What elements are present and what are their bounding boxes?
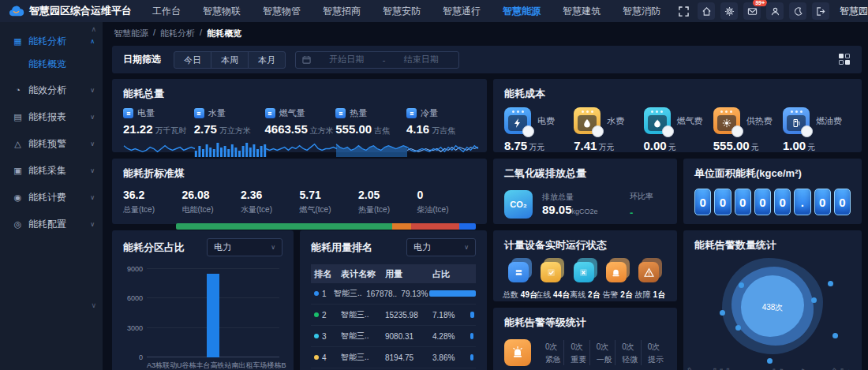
coal-value: 26.08 — [182, 189, 241, 201]
zone-ratio-panel: 能耗分区占比 电力 ∨ 0300060009000 A3栋联动U谷栋丰台高铁站南… — [112, 230, 294, 370]
coal-label: 电能(tce) — [182, 205, 214, 214]
meter-name: 智能三.. — [341, 352, 385, 363]
device-status-2: 在线 44台 — [537, 260, 568, 301]
mail-icon[interactable]: 99+ — [743, 2, 761, 20]
nav-item-3[interactable]: 智慧物管 — [263, 5, 301, 18]
sidebar-item-1[interactable]: ▦能耗分析∧ — [0, 33, 103, 49]
breadcrumb-item-3[interactable]: 能耗概览 — [207, 28, 241, 39]
sidebar-item-6[interactable]: ◉能耗计费∨ — [0, 189, 103, 205]
device-label: 总数 — [503, 290, 521, 299]
date-filter-button-1[interactable]: 今日 — [174, 51, 211, 69]
metric-unit: 万吉焦 — [432, 126, 455, 135]
ranking-table: 排名表计名称用量占比 1智能三..167878..79.13%2智能三..152… — [311, 264, 476, 368]
cloud-logo-icon — [8, 6, 24, 17]
top-navigation-bar: 智慧园区综合运维平台 工作台智慧物联智慧物管智慧招商智慧安防智慧通行智慧能源智慧… — [0, 0, 868, 22]
sidebar-subitem-1[interactable]: 能耗概览 — [0, 57, 103, 71]
energy-cost-title: 能耗成本 — [504, 87, 851, 101]
x-axis-label-3: 丰台高铁站 — [196, 361, 232, 370]
alert-icon: △ — [13, 139, 23, 149]
sidebar-item-5[interactable]: ▣能耗采集∨ — [0, 163, 103, 178]
nav-item-4[interactable]: 智慧招商 — [323, 5, 361, 18]
dark-mode-moon-icon[interactable] — [789, 2, 806, 20]
cost-value: 7.41 — [574, 139, 597, 152]
digit-box-6: . — [794, 189, 810, 215]
co2-total-unit: kgCO2e — [572, 207, 598, 215]
device-status-1: 总数 49台 — [504, 260, 536, 301]
metric-label: 水量 — [208, 107, 226, 119]
alarm-level-label: 一般 — [597, 354, 615, 365]
flame-icon — [653, 118, 662, 128]
sidebar-item-3[interactable]: ▤能耗报表∨ — [0, 109, 103, 125]
nav-item-1[interactable]: 工作台 — [152, 5, 181, 18]
cost-value: 1.00 — [783, 139, 806, 152]
coal-label: 水量(tce) — [241, 205, 272, 214]
cost-item-5: 燃油费1.00元 — [783, 107, 851, 153]
ranking-row-3: 3智能三..9080.314.28% — [311, 326, 476, 347]
coal-title: 能耗折标准煤 — [123, 166, 476, 181]
date-filter-button-2[interactable]: 本周 — [211, 51, 249, 69]
warn-icon — [644, 267, 654, 278]
logout-icon[interactable] — [812, 2, 829, 20]
rank-dot — [314, 355, 319, 360]
breadcrumb-item-2[interactable]: 能耗分析 — [160, 28, 195, 39]
percent-value: 4.28% — [432, 332, 470, 341]
alarm-level-5: 0次提示 — [641, 340, 666, 365]
metric-label: 电量 — [137, 107, 155, 119]
sidebar-item-label: 能耗配置 — [28, 218, 66, 231]
nav-item-5[interactable]: 智慧安防 — [383, 5, 421, 18]
fullscreen-icon[interactable] — [675, 2, 692, 20]
topbar-user-text[interactable]: 智慧园 — [840, 5, 868, 18]
alarm-level-2: 0次重要 — [563, 340, 589, 365]
sidebar-item-4[interactable]: △能耗预警∨ — [0, 136, 103, 151]
cost-icon-badge — [801, 125, 813, 137]
device-status-3: 离线 2台 — [570, 260, 601, 301]
alarm-level-panel: 能耗告警等级统计 0次紧急0次重要0次一般0次轻微0次提示 — [493, 308, 677, 370]
user-icon[interactable] — [766, 2, 784, 20]
cost-unit: 元 — [668, 143, 676, 151]
list-icon — [196, 110, 202, 117]
sparkline-chart — [194, 139, 267, 158]
date-filter-button-3[interactable]: 本月 — [248, 51, 286, 69]
mail-badge: 99+ — [753, 0, 767, 6]
sidebar: ∧ ▦能耗分析∧能耗概览◔能效分析∨▤能耗报表∨△能耗预警∨▣能耗采集∨◉能耗计… — [0, 22, 103, 370]
device-status-5: 故障 1台 — [634, 260, 666, 301]
cost-label: 水费 — [607, 115, 624, 127]
ranking-row-2: 2智能三..15235.987.18% — [311, 305, 476, 326]
calendar-icon — [302, 55, 311, 64]
co2-ratio-value: - — [630, 207, 666, 219]
nav-item-9[interactable]: 智慧消防 — [623, 5, 660, 18]
sidebar-item-2[interactable]: ◔能效分析∨ — [0, 82, 103, 98]
ranking-energy-type-select[interactable]: 电力 ∨ — [406, 238, 476, 256]
breadcrumb-item-1[interactable]: 智慧能源 — [114, 28, 148, 39]
ranking-select-value: 电力 — [413, 241, 431, 253]
home-icon[interactable] — [698, 2, 715, 20]
scatter-dot — [832, 333, 838, 338]
list-icon — [409, 110, 415, 117]
meter-icon — [406, 108, 417, 118]
sidebar-item-7[interactable]: ◎能耗配置∨ — [0, 216, 103, 232]
sparkline-chart — [335, 139, 408, 158]
nav-item-6[interactable]: 智慧通行 — [443, 5, 481, 18]
dashboard-layout-icon[interactable] — [839, 54, 851, 65]
settings-gear-icon[interactable] — [720, 2, 738, 20]
rank-dot — [314, 312, 319, 317]
zone-energy-type-select[interactable]: 电力 ∨ — [207, 238, 282, 256]
cost-unit: 元 — [751, 143, 759, 151]
pump-icon — [791, 118, 801, 128]
nav-item-8[interactable]: 智慧建筑 — [563, 5, 600, 18]
date-range-input[interactable]: 开始日期 - 结束日期 — [295, 51, 459, 69]
ranking-title: 能耗用量排名 — [311, 241, 372, 255]
metric-label: 热量 — [350, 107, 367, 119]
rank-number: 4 — [322, 353, 327, 362]
nav-item-2[interactable]: 智慧物联 — [203, 5, 241, 18]
alarm-level-label: 重要 — [571, 354, 589, 365]
co2-ratio-label: 环比率 — [630, 191, 666, 202]
scatter-dot — [767, 358, 773, 364]
device-warn-icon — [638, 260, 662, 284]
sidebar-scroll-up-icon[interactable]: ∧ — [91, 25, 96, 33]
sidebar-scroll-down-icon[interactable]: ∨ — [91, 301, 96, 309]
coal-label: 柴油(tce) — [417, 205, 449, 214]
app-logo: 智慧园区综合运维平台 — [8, 4, 132, 18]
nav-item-7[interactable]: 智慧能源 — [503, 5, 541, 18]
lightning-icon — [513, 118, 522, 128]
